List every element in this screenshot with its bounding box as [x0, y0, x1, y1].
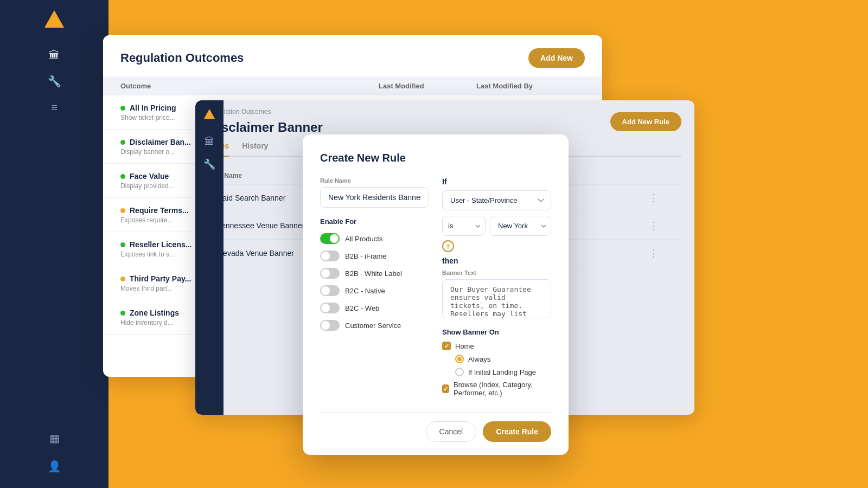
- rule-name-input[interactable]: [320, 187, 429, 208]
- modal-title: Create New Rule: [320, 152, 551, 164]
- toggle-label-all-products: All Products: [345, 235, 382, 243]
- row-menu-icon[interactable]: ⋮: [649, 220, 681, 232]
- cancel-button[interactable]: Cancel: [426, 421, 477, 442]
- row-menu-icon[interactable]: ⋮: [649, 192, 681, 204]
- banner-text-label: Banner Text: [442, 269, 551, 276]
- mid-logo-icon: [204, 109, 215, 119]
- toggle-b2c-web[interactable]: B2C - Web: [320, 303, 429, 313]
- toggle-label-customer-service: Customer Service: [345, 322, 401, 330]
- logo-icon: [44, 10, 64, 28]
- toggle-customer-service[interactable]: Customer Service: [320, 320, 429, 331]
- toggle-all-products-switch[interactable]: [320, 233, 340, 244]
- enable-for-label: Enable For: [320, 217, 429, 226]
- rule-name: Paid Search Banner: [218, 194, 285, 202]
- show-banner-home-checkbox[interactable]: [442, 342, 451, 350]
- show-banner-browse-row[interactable]: Browse (Index, Category, Performer, etc.…: [442, 381, 551, 397]
- toggle-b2b-iframe[interactable]: B2B - iFrame: [320, 251, 429, 261]
- tab-history[interactable]: History: [242, 142, 268, 157]
- add-new-button[interactable]: Add New: [528, 48, 585, 68]
- sidebar-item-grid[interactable]: ▦: [43, 427, 65, 449]
- rule-name-label: Rule Name: [320, 177, 429, 184]
- toggle-b2b-iframe-switch[interactable]: [320, 251, 340, 261]
- status-dot: [120, 106, 125, 111]
- status-dot: [120, 174, 125, 179]
- sidebar-nav: 🏛 🔧 ≡: [0, 38, 108, 125]
- col-last-modified: Last Modified: [379, 82, 476, 90]
- modal-layout: Rule Name Enable For All Products B2B - …: [320, 177, 551, 401]
- modal-footer: Cancel Create Rule: [320, 412, 551, 442]
- status-dot: [120, 311, 125, 316]
- show-banner-landing-label: If Initial Landing Page: [468, 368, 536, 376]
- show-banner-home-label: Home: [455, 342, 474, 350]
- condition-operator-select[interactable]: is: [442, 216, 486, 236]
- mid-sidebar-tools-icon[interactable]: 🔧: [203, 158, 215, 170]
- show-banner-always-radio[interactable]: [455, 355, 464, 363]
- show-banner-home-row[interactable]: Home: [442, 342, 551, 350]
- outcome-name: Require Terms...: [130, 206, 189, 215]
- toggle-b2c-web-switch[interactable]: [320, 303, 340, 313]
- banner-text-input[interactable]: Our Buyer Guarantee ensures valid ticket…: [442, 279, 551, 318]
- condition-value-select[interactable]: New York: [490, 216, 551, 236]
- status-dot: [120, 277, 125, 281]
- modal-left: Rule Name Enable For All Products B2B - …: [320, 177, 429, 401]
- toggle-b2c-native-switch[interactable]: [320, 285, 340, 296]
- create-rule-modal: Create New Rule Rule Name Enable For All…: [303, 134, 569, 455]
- outcome-name: All In Pricing: [130, 104, 176, 112]
- rule-name: Nevada Venue Banner: [218, 249, 294, 258]
- show-banner-browse-label: Browse (Index, Category, Performer, etc.…: [454, 381, 551, 397]
- col-outcome: Outcome: [120, 82, 379, 90]
- sidebar-item-tools[interactable]: 🔧: [43, 70, 65, 92]
- toggle-label-b2c-web: B2C - Web: [345, 304, 379, 312]
- add-new-rule-button[interactable]: Add New Rule: [610, 112, 681, 131]
- then-label: then: [442, 256, 551, 265]
- show-banner-browse-checkbox[interactable]: [442, 384, 449, 393]
- mid-sidebar-logo: [204, 109, 215, 119]
- toggle-label-b2b-white-label: B2B - White Label: [345, 269, 402, 278]
- outcome-name: Third Party Pay...: [130, 274, 191, 283]
- toggle-label-b2c-native: B2C - Native: [345, 287, 385, 295]
- show-banner-landing-row[interactable]: If Initial Landing Page: [442, 368, 551, 376]
- show-banner-always-row[interactable]: Always: [442, 355, 551, 363]
- row-menu-icon[interactable]: ⋮: [649, 247, 681, 259]
- outcome-name: Disclaimer Ban...: [130, 138, 191, 146]
- toggle-b2c-native[interactable]: B2C - Native: [320, 285, 429, 296]
- outcome-name: Face Value: [130, 172, 169, 181]
- sidebar-item-user[interactable]: 👤: [43, 455, 65, 477]
- show-banner-landing-radio[interactable]: [455, 368, 464, 376]
- if-label: If: [442, 177, 551, 186]
- sidebar-logo: [0, 0, 108, 38]
- status-dot: [120, 208, 125, 213]
- bg-window-header: Regulation Outcomes Add New: [103, 35, 602, 76]
- sidebar: 🏛 🔧 ≡ ▦ 👤: [0, 0, 108, 488]
- sidebar-item-list[interactable]: ≡: [43, 97, 65, 118]
- show-banner-always-label: Always: [468, 355, 490, 363]
- outcome-name: Reseller Licens...: [130, 240, 192, 249]
- sidebar-item-bank[interactable]: 🏛: [43, 44, 65, 66]
- add-condition-button[interactable]: +: [442, 240, 454, 252]
- outcome-name: Zone Listings: [130, 309, 179, 317]
- bg-table-header: Outcome Last Modified Last Modified By: [103, 76, 602, 95]
- modal-right: If User - State/Province is New York + t…: [442, 177, 551, 401]
- condition-field-select[interactable]: User - State/Province: [442, 190, 551, 210]
- status-dot: [120, 140, 125, 145]
- show-banner-label: Show Banner On: [442, 328, 551, 336]
- create-rule-button[interactable]: Create Rule: [483, 421, 551, 442]
- condition-operator-row: is New York: [442, 216, 551, 236]
- toggle-b2b-white-label-switch[interactable]: [320, 268, 340, 279]
- col-last-modified-by: Last Modified By: [476, 82, 585, 90]
- toggle-customer-service-switch[interactable]: [320, 320, 340, 331]
- mid-header-actions: Add New Rule: [610, 112, 681, 131]
- status-dot: [120, 242, 125, 247]
- rule-name: Tennessee Venue Banner: [218, 221, 304, 230]
- col-actions: [649, 172, 681, 179]
- toggle-label-b2b-iframe: B2B - iFrame: [345, 252, 387, 260]
- toggle-all-products[interactable]: All Products: [320, 233, 429, 244]
- toggle-b2b-white-label[interactable]: B2B - White Label: [320, 268, 429, 279]
- mid-sidebar: 🏛 🔧: [195, 100, 224, 415]
- mid-sidebar-bank-icon[interactable]: 🏛: [205, 136, 214, 147]
- bg-window-title: Regulation Outcomes: [120, 51, 244, 65]
- sidebar-bottom: ▦ 👤: [43, 427, 65, 488]
